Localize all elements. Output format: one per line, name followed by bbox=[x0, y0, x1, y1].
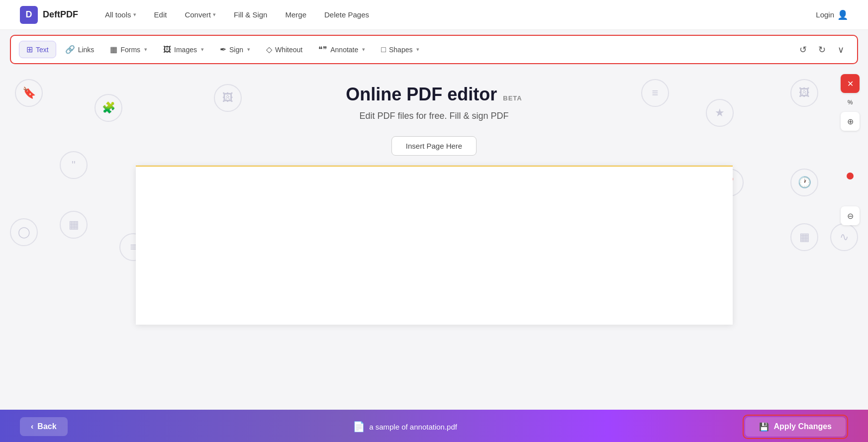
chevron-down-icon: ▾ bbox=[144, 46, 147, 53]
right-sidebar: ✕ % ⊕ ⊖ bbox=[836, 69, 864, 230]
person-icon: 👤 bbox=[837, 9, 848, 20]
zoom-in-button[interactable]: ⊕ bbox=[841, 112, 860, 131]
chevron-down-icon: ▾ bbox=[247, 46, 250, 53]
undo-icon: ↺ bbox=[799, 44, 807, 55]
nav-links: All tools ▾ Edit Convert ▾ Fill & Sign M… bbox=[98, 7, 816, 22]
logo-icon: D bbox=[20, 6, 38, 24]
pdf-file-icon: 📄 bbox=[353, 421, 365, 433]
chevron-down-icon: ▾ bbox=[362, 46, 365, 53]
toolbar-shapes-button[interactable]: □ Shapes ▾ bbox=[374, 42, 426, 58]
page-title: Online PDF editor BETA bbox=[346, 84, 522, 105]
pdf-canvas bbox=[136, 166, 733, 325]
text-tool-icon: ⊞ bbox=[26, 45, 33, 54]
apply-changes-button[interactable]: 💾 Apply Changes bbox=[745, 417, 846, 437]
main-content: 🔖 🧩 🖼 " ▦ ◯ ≡ □ ≡ ★ 🖼 📍 🕐 ↺ ▦ ∿ Online P… bbox=[0, 69, 868, 410]
nav-merge[interactable]: Merge bbox=[278, 7, 313, 22]
undo-button[interactable]: ↺ bbox=[794, 41, 811, 58]
nav-edit[interactable]: Edit bbox=[147, 7, 174, 22]
login-button[interactable]: Login 👤 bbox=[816, 9, 848, 20]
annotate-icon: ❝❞ bbox=[318, 45, 327, 54]
chevron-down-icon: ▾ bbox=[213, 11, 216, 18]
save-icon: 💾 bbox=[759, 422, 769, 432]
chevron-down-icon: ▾ bbox=[201, 46, 204, 53]
nav-fill-sign[interactable]: Fill & Sign bbox=[227, 7, 275, 22]
color-indicator bbox=[847, 173, 854, 179]
logo-name: DeftPDF bbox=[43, 9, 78, 20]
logo[interactable]: D DeftPDF bbox=[20, 6, 78, 24]
toolbar-images-button[interactable]: 🖼 Images ▾ bbox=[156, 42, 211, 58]
link-icon: 🔗 bbox=[65, 45, 75, 54]
nav-delete-pages[interactable]: Delete Pages bbox=[317, 7, 376, 22]
nav-convert[interactable]: Convert ▾ bbox=[178, 7, 223, 22]
forms-icon: ▦ bbox=[110, 45, 117, 54]
toolbar-annotate-button[interactable]: ❝❞ Annotate ▾ bbox=[311, 41, 372, 58]
delete-page-button[interactable]: ✕ bbox=[841, 74, 860, 93]
toolbar-forms-button[interactable]: ▦ Forms ▾ bbox=[103, 41, 154, 58]
sign-icon: ✒ bbox=[220, 45, 226, 54]
insert-page-button[interactable]: Insert Page Here bbox=[391, 136, 477, 156]
delete-icon: ✕ bbox=[847, 79, 854, 88]
shapes-icon: □ bbox=[381, 45, 386, 54]
zoom-out-icon: ⊖ bbox=[847, 211, 854, 221]
toolbar: ⊞ Text 🔗 Links ▦ Forms ▾ 🖼 Images ▾ ✒ Si… bbox=[10, 35, 858, 64]
toolbar-text-button[interactable]: ⊞ Text bbox=[19, 41, 56, 58]
page-subtitle: Edit PDF files for free. Fill & sign PDF bbox=[359, 111, 508, 121]
more-button[interactable]: ∨ bbox=[832, 41, 849, 58]
beta-badge: BETA bbox=[503, 94, 522, 102]
redo-icon: ↻ bbox=[818, 44, 826, 55]
chevron-down-icon: ∨ bbox=[838, 44, 844, 55]
navbar-right: Login 👤 bbox=[816, 9, 848, 20]
nav-all-tools[interactable]: All tools ▾ bbox=[98, 7, 143, 22]
zoom-percent-label: % bbox=[848, 99, 853, 106]
zoom-in-icon: ⊕ bbox=[847, 117, 854, 126]
apply-changes-wrapper: 💾 Apply Changes bbox=[743, 415, 848, 439]
redo-button[interactable]: ↻ bbox=[813, 41, 830, 58]
toolbar-links-button[interactable]: 🔗 Links bbox=[58, 41, 101, 58]
chevron-down-icon: ▾ bbox=[416, 46, 419, 53]
zoom-out-button[interactable]: ⊖ bbox=[841, 206, 860, 225]
toolbar-whiteout-button[interactable]: ◇ Whiteout bbox=[259, 41, 309, 58]
footer: ‹ Back 📄 a sample of annotation.pdf 💾 Ap… bbox=[0, 410, 868, 442]
whiteout-icon: ◇ bbox=[266, 45, 272, 54]
back-button[interactable]: ‹ Back bbox=[20, 417, 68, 436]
center-area: Online PDF editor BETA Edit PDF files fo… bbox=[0, 69, 868, 410]
navbar: D DeftPDF All tools ▾ Edit Convert ▾ Fil… bbox=[0, 0, 868, 30]
chevron-down-icon: ▾ bbox=[133, 11, 136, 18]
chevron-left-icon: ‹ bbox=[31, 422, 33, 431]
image-icon: 🖼 bbox=[163, 45, 171, 54]
toolbar-sign-button[interactable]: ✒ Sign ▾ bbox=[213, 41, 257, 58]
filename-display: 📄 a sample of annotation.pdf bbox=[68, 421, 743, 433]
